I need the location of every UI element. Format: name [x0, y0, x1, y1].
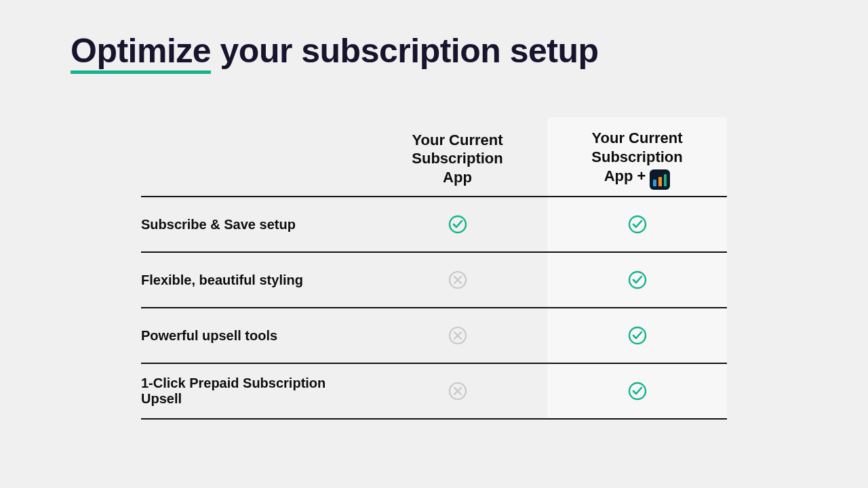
column-header-current-text: Your Current Subscription App	[412, 131, 502, 187]
cell-col1-row0	[368, 214, 547, 235]
check-icon	[627, 214, 648, 235]
table-header-row: Your Current Subscription App Your Curre…	[141, 117, 727, 197]
column-header-current: Your Current Subscription App	[368, 131, 547, 187]
cell-col1-row3	[368, 381, 547, 401]
check-icon	[627, 381, 648, 401]
col1-line3: App	[443, 169, 472, 186]
col2-line1: Your Current	[591, 129, 682, 146]
col1-line2: Subscription	[412, 150, 502, 167]
x-icon	[448, 325, 468, 346]
check-icon	[627, 270, 648, 290]
check-icon	[627, 325, 648, 346]
col2-line3-prefix: App +	[604, 167, 646, 186]
feature-label: Powerful upsell tools	[141, 328, 368, 344]
page: Optimize your subscription setup Your Cu…	[0, 0, 868, 488]
table-row: Subscribe & Save setup	[141, 197, 727, 253]
feature-label: Flexible, beautiful styling	[141, 272, 368, 288]
cell-col2-row0	[547, 214, 727, 235]
cell-col2-row1	[547, 270, 727, 290]
title-highlight: Optimize	[71, 33, 211, 70]
title-rest: your subscription setup	[211, 32, 598, 70]
product-logo-icon	[650, 169, 670, 190]
cell-col2-row2	[547, 325, 727, 346]
comparison-table: Your Current Subscription App Your Curre…	[141, 117, 727, 420]
col1-line1: Your Current	[412, 131, 502, 148]
column-header-plus-text: Your Current Subscription App +	[591, 129, 682, 186]
page-title: Optimize your subscription setup	[71, 33, 797, 70]
col2-line2: Subscription	[591, 148, 682, 165]
column-header-plus: Your Current Subscription App +	[547, 129, 727, 186]
feature-label: 1-Click Prepaid Subscription Upsell	[141, 375, 368, 407]
check-icon	[448, 214, 468, 235]
feature-label: Subscribe & Save setup	[141, 217, 368, 232]
table-row: Flexible, beautiful styling	[141, 253, 727, 308]
table-row: 1-Click Prepaid Subscription Upsell	[141, 364, 727, 420]
cell-col2-row3	[547, 381, 727, 401]
cell-col1-row1	[368, 270, 547, 290]
cell-col1-row2	[368, 325, 547, 346]
x-icon	[448, 270, 468, 290]
x-icon	[448, 381, 468, 401]
table-row: Powerful upsell tools	[141, 308, 727, 364]
